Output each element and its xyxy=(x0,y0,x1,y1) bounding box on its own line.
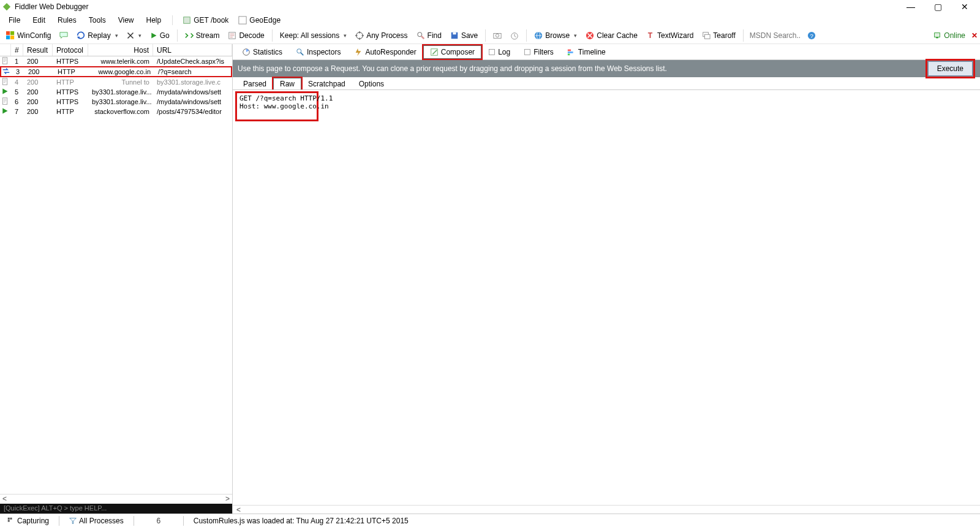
funnel-icon xyxy=(69,517,77,525)
svg-rect-36 xyxy=(489,49,495,55)
svg-rect-13 xyxy=(453,32,456,34)
status-allprocesses[interactable]: All Processes xyxy=(66,517,127,525)
subtab-parsed[interactable]: Parsed xyxy=(236,78,273,89)
col-result[interactable]: Result xyxy=(23,44,53,56)
tab-autoresponder[interactable]: AutoResponder xyxy=(347,45,423,59)
tab-filters[interactable]: Filters xyxy=(517,45,560,59)
svg-marker-34 xyxy=(356,48,361,55)
minimize-button[interactable]: — xyxy=(902,2,920,12)
tab-inspectors[interactable]: Inspectors xyxy=(289,45,347,59)
menu-geoedge[interactable]: GeoEdge xyxy=(235,15,284,26)
decode-icon xyxy=(228,31,236,40)
svg-rect-39 xyxy=(568,51,573,53)
svg-marker-0 xyxy=(3,3,10,10)
sessions-hscroll[interactable]: <> xyxy=(0,494,232,504)
keep-button[interactable]: Keep: All sessions xyxy=(276,30,350,41)
svg-marker-29 xyxy=(2,89,7,94)
row-host: by3301.storage.liv... xyxy=(88,98,153,105)
row-protocol: HTTPS xyxy=(53,58,88,65)
msdn-search-input[interactable] xyxy=(747,30,802,41)
col-id[interactable]: # xyxy=(11,44,23,56)
log-icon xyxy=(488,48,496,56)
session-row[interactable]: 5200HTTPSby3301.storage.liv.../mydata/wi… xyxy=(0,87,232,97)
status-rules: CustomRules.js was loaded at: Thu Aug 27… xyxy=(190,517,412,525)
quickexec-bar[interactable]: [QuickExec] ALT+Q > type HELP... xyxy=(0,504,232,514)
session-row[interactable]: 7200HTTPstackoverflow.com/posts/4797534/… xyxy=(0,107,232,116)
close-toolbar-button[interactable]: ✕ xyxy=(971,31,978,40)
subtab-raw[interactable]: Raw xyxy=(273,78,301,90)
row-host: Tunnel to xyxy=(88,78,153,86)
fiddler-icon xyxy=(2,2,11,11)
target-icon xyxy=(355,31,364,40)
menu-rules[interactable]: Rules xyxy=(53,15,81,26)
save-button[interactable]: Save xyxy=(447,30,481,41)
svg-rect-22 xyxy=(705,34,710,39)
anyprocess-button[interactable]: Any Process xyxy=(352,30,411,41)
session-row[interactable]: 4200HTTPTunnel toby3301.storage.live.c xyxy=(0,77,232,87)
tearoff-button[interactable]: Tearoff xyxy=(698,30,739,41)
remove-button[interactable] xyxy=(123,31,145,40)
svg-rect-25 xyxy=(935,32,940,37)
camera-button[interactable] xyxy=(489,30,505,41)
status-capturing[interactable]: Capturing xyxy=(4,517,53,525)
sessions-list[interactable]: 1200HTTPSwww.telerik.com/UpdateCheck.asp… xyxy=(0,56,232,494)
clearcache-button[interactable]: Clear Cache xyxy=(582,30,641,41)
find-button[interactable]: Find xyxy=(413,30,445,41)
svg-rect-40 xyxy=(568,53,570,55)
col-host[interactable]: Host xyxy=(88,44,153,56)
help-button[interactable]: ? xyxy=(804,30,820,41)
close-button[interactable]: ✕ xyxy=(956,2,974,12)
subtab-scratchpad[interactable]: Scratchpad xyxy=(301,78,352,89)
composer-infobar: Use this page to compose a Request. You … xyxy=(233,60,980,77)
menu-tools[interactable]: Tools xyxy=(84,15,111,26)
menu-getbook[interactable]: GET /book xyxy=(179,15,232,26)
timer-button[interactable] xyxy=(507,30,522,41)
svg-rect-38 xyxy=(568,49,571,51)
svg-rect-5 xyxy=(6,36,10,39)
replay-button[interactable]: Replay xyxy=(73,30,121,41)
col-protocol[interactable]: Protocol xyxy=(53,44,88,56)
menu-edit[interactable]: Edit xyxy=(28,15,50,26)
tab-composer[interactable]: Composer xyxy=(423,45,481,59)
sessions-header[interactable]: # Result Protocol Host URL xyxy=(0,44,232,56)
ie-icon xyxy=(534,31,543,40)
row-result: 200 xyxy=(23,108,53,115)
row-result: 200 xyxy=(24,68,54,75)
menu-view[interactable]: View xyxy=(113,15,139,26)
maximize-button[interactable]: ▢ xyxy=(929,2,947,12)
execute-button[interactable]: Execute xyxy=(928,61,973,76)
stream-button[interactable]: Stream xyxy=(181,30,224,41)
online-icon xyxy=(933,31,941,40)
session-row[interactable]: 1200HTTPSwww.telerik.com/UpdateCheck.asp… xyxy=(0,56,232,66)
row-id: 7 xyxy=(11,108,23,115)
raw-request-text[interactable]: GET /?q=search HTTP/1.1 Host: www.google… xyxy=(235,91,318,121)
subtab-options[interactable]: Options xyxy=(352,78,391,89)
browse-button[interactable]: Browse xyxy=(530,30,581,41)
comment-button[interactable] xyxy=(56,30,72,41)
bolt-icon xyxy=(354,48,363,56)
tab-statistics[interactable]: Statistics xyxy=(235,45,289,59)
textwizard-button[interactable]: T TextWizard xyxy=(643,30,697,41)
comment-icon xyxy=(59,31,68,40)
col-url[interactable]: URL xyxy=(153,44,232,56)
tab-log[interactable]: Log xyxy=(481,45,517,59)
go-button[interactable]: Go xyxy=(146,30,173,41)
right-hscroll[interactable]: < xyxy=(233,505,980,514)
row-url: /?q=search xyxy=(154,68,231,75)
winconfig-button[interactable]: WinConfig xyxy=(2,30,55,41)
session-row[interactable]: 6200HTTPSby3301.storage.liv.../mydata/wi… xyxy=(0,97,232,107)
composer-subtabs: Parsed Raw Scratchpad Options xyxy=(233,77,980,89)
session-row[interactable]: 3200HTTPwww.google.co.in/?q=search xyxy=(0,66,232,77)
svg-rect-1 xyxy=(184,17,190,24)
book-icon xyxy=(183,16,191,25)
row-host: stackoverflow.com xyxy=(88,108,153,115)
online-indicator[interactable]: Online xyxy=(933,31,965,40)
window-title: Fiddler Web Debugger xyxy=(15,2,902,11)
menu-help[interactable]: Help xyxy=(141,15,167,26)
row-id: 5 xyxy=(11,88,23,96)
menu-file[interactable]: File xyxy=(4,15,25,26)
tab-timeline[interactable]: Timeline xyxy=(560,45,612,59)
raw-editor-area[interactable]: GET /?q=search HTTP/1.1 Host: www.google… xyxy=(233,89,980,505)
decode-button[interactable]: Decode xyxy=(224,30,268,41)
row-icon xyxy=(0,88,11,96)
